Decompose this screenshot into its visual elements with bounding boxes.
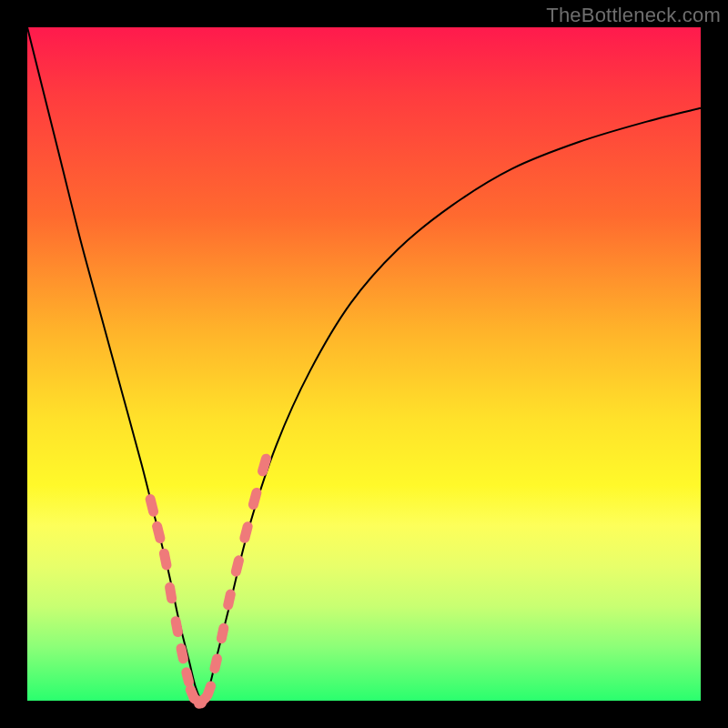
curve-marker: [248, 487, 263, 511]
curve-marker: [151, 521, 167, 545]
marker-group: [145, 452, 273, 711]
curve-marker: [158, 548, 173, 571]
curve-marker: [175, 642, 188, 664]
curve-marker: [222, 589, 237, 612]
chart-frame: TheBottleneck.com: [0, 0, 728, 728]
curve-marker: [180, 666, 195, 688]
curve-marker: [230, 554, 245, 578]
curve-marker: [216, 622, 229, 644]
chart-svg: [27, 27, 701, 701]
curve-marker: [164, 581, 177, 604]
bottleneck-curve: [27, 27, 701, 701]
curve-marker: [238, 521, 254, 544]
curve-marker: [208, 652, 223, 674]
watermark-text: TheBottleneck.com: [546, 4, 721, 27]
curve-marker: [145, 493, 160, 518]
plot-area: [27, 27, 701, 701]
curve-marker: [170, 615, 184, 638]
